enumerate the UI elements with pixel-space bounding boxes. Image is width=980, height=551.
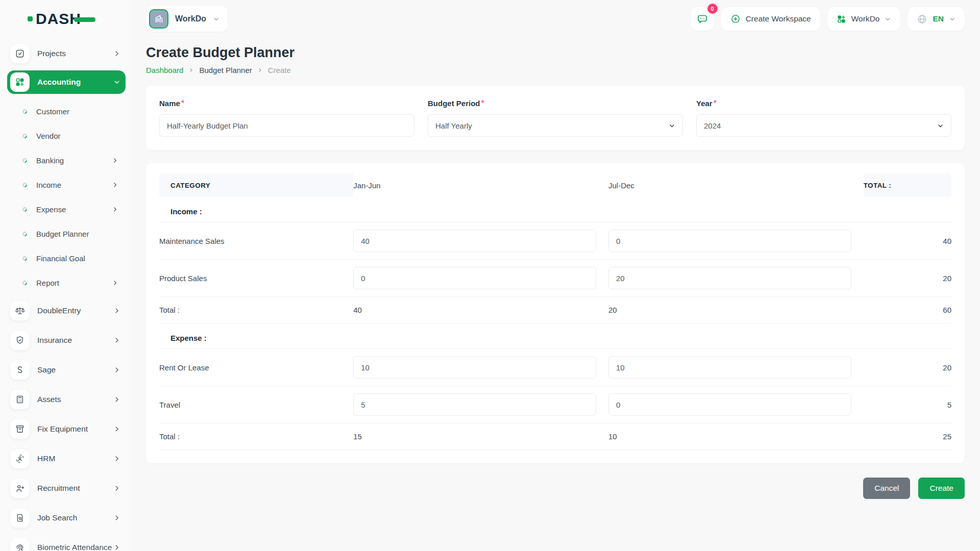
income-total-jan-jun: 40	[353, 297, 608, 323]
amount-input[interactable]	[608, 267, 851, 289]
budget-table: CATEGORY Jan-Jun Jul-Dec TOTAL : Income …	[159, 173, 951, 450]
expense-total-row: Total : 15 10 25	[159, 423, 951, 450]
name-input[interactable]	[159, 114, 414, 137]
expense-section-heading: Expense :	[159, 323, 951, 349]
create-workspace-button[interactable]: Create Workspace	[721, 7, 820, 31]
period-select[interactable]: Half Yearly	[428, 114, 683, 137]
page-title: Create Budget Planner	[146, 45, 965, 61]
sidebar-item-doubleentry[interactable]: DoubleEntry	[7, 299, 126, 322]
income-total-row: Total : 40 20 60	[159, 297, 951, 323]
chevron-right-icon	[113, 50, 120, 57]
sidebar-item-biometric-attendance[interactable]: Biometric Attendance	[7, 536, 126, 551]
chevron-right-icon	[112, 157, 118, 164]
chevron-down-icon	[937, 122, 944, 129]
amount-input[interactable]	[608, 356, 851, 379]
income-grand-total: 60	[864, 297, 951, 323]
sidebar-item-hrm[interactable]: HRM	[7, 447, 126, 470]
chevron-right-icon	[113, 307, 120, 314]
shield-check-icon	[10, 331, 30, 350]
chevron-down-icon	[885, 16, 891, 22]
app-logo[interactable]: DASH	[28, 11, 126, 27]
row-total: 5	[864, 386, 951, 423]
document-search-icon	[10, 508, 30, 528]
sidebar-item-sage[interactable]: Sage	[7, 358, 126, 382]
form-actions: Cancel Create	[146, 478, 965, 499]
budget-table-card: CATEGORY Jan-Jun Jul-Dec TOTAL : Income …	[146, 163, 965, 463]
year-select[interactable]: 2024	[696, 114, 951, 137]
sidebar-subitem-banking[interactable]: Banking	[7, 148, 126, 172]
row-total: 20	[864, 349, 951, 386]
workspace-select[interactable]: WorkDo	[146, 6, 228, 32]
chevron-right-icon	[113, 425, 120, 433]
year-label: Year	[696, 99, 713, 108]
sidebar-subitem-customer[interactable]: Customer	[7, 99, 126, 123]
column-header-total: TOTAL :	[864, 173, 951, 197]
period-field-group: Budget Period* Half Yearly	[428, 99, 683, 137]
bullet-icon	[21, 206, 28, 213]
sidebar-subitem-financial-goal[interactable]: Financial Goal	[7, 246, 126, 270]
cancel-button[interactable]: Cancel	[863, 478, 910, 499]
amount-input[interactable]	[608, 393, 851, 416]
sidebar-subitem-budget-planner[interactable]: Budget Planner	[7, 221, 126, 246]
amount-input[interactable]	[353, 393, 596, 416]
archive-box-icon	[10, 419, 30, 439]
period-label: Budget Period	[428, 99, 480, 108]
sidebar-item-fix-equipment[interactable]: Fix Equipment	[7, 417, 126, 441]
sidebar: DASH Projects Accounting Customer Vendor…	[0, 0, 132, 551]
chevron-right-icon	[113, 366, 120, 373]
table-row: Rent Or Lease 20	[159, 349, 951, 386]
amount-input[interactable]	[353, 230, 596, 252]
expense-total-jul-dec: 10	[608, 423, 864, 450]
sidebar-item-assets[interactable]: Assets	[7, 388, 126, 411]
expense-grand-total: 25	[864, 423, 951, 450]
bullet-icon	[21, 280, 28, 286]
sidebar-item-recruitment[interactable]: Recruitment	[7, 477, 126, 500]
required-marker: *	[181, 99, 184, 108]
chevron-down-icon	[213, 16, 219, 22]
amount-input[interactable]	[608, 230, 851, 252]
chevron-right-icon	[257, 67, 263, 73]
sidebar-subitem-report[interactable]: Report	[7, 270, 126, 295]
sidebar-subitem-vendor[interactable]: Vendor	[7, 123, 126, 148]
table-row: Travel 5	[159, 386, 951, 423]
breadcrumb-budget-planner[interactable]: Budget Planner	[199, 66, 252, 74]
sidebar-item-insurance[interactable]: Insurance	[7, 329, 126, 352]
accounting-submenu: Customer Vendor Banking Income Expense B…	[7, 99, 126, 295]
chevron-right-icon	[113, 485, 120, 492]
required-marker: *	[714, 99, 717, 108]
company-menu-button[interactable]: WorkDo	[827, 7, 901, 31]
person-plus-icon	[10, 479, 30, 498]
balance-scale-icon	[10, 301, 30, 320]
amount-input[interactable]	[353, 267, 596, 289]
name-label: Name	[159, 99, 180, 108]
bullet-icon	[21, 182, 28, 188]
breadcrumb-dashboard[interactable]: Dashboard	[146, 66, 183, 74]
bullet-icon	[21, 231, 28, 237]
expense-total-jan-jun: 15	[353, 423, 608, 450]
row-category: Travel	[159, 386, 353, 423]
row-total: 40	[864, 222, 951, 260]
sidebar-item-label: Accounting	[37, 77, 113, 87]
sidebar-subitem-income[interactable]: Income	[7, 172, 126, 197]
sidebar-subitem-expense[interactable]: Expense	[7, 197, 126, 221]
amount-input[interactable]	[353, 356, 596, 379]
create-button[interactable]: Create	[918, 478, 965, 499]
column-header-category: CATEGORY	[159, 173, 353, 197]
messages-button[interactable]: 0	[691, 7, 714, 31]
logo-dot-icon	[28, 16, 33, 21]
breadcrumb: Dashboard Budget Planner Create	[146, 66, 965, 74]
chevron-right-icon	[112, 280, 118, 286]
chevron-right-icon	[113, 337, 120, 344]
language-select[interactable]: EN	[908, 7, 965, 31]
bullet-icon	[21, 133, 28, 139]
bullet-icon	[21, 255, 28, 262]
sidebar-item-projects[interactable]: Projects	[7, 42, 126, 65]
year-field-group: Year* 2024	[696, 99, 951, 137]
column-header-jan-jun: Jan-Jun	[353, 173, 608, 197]
sidebar-item-job-search[interactable]: Job Search	[7, 506, 126, 530]
budget-form-card: Name* Budget Period* Half Yearly Year* 2…	[146, 86, 965, 150]
sidebar-item-accounting[interactable]: Accounting	[7, 70, 126, 94]
calculator-icon	[10, 390, 30, 409]
main-area: WorkDo 0 Create Workspace WorkDo EN	[132, 0, 980, 499]
row-total: 20	[864, 260, 951, 297]
